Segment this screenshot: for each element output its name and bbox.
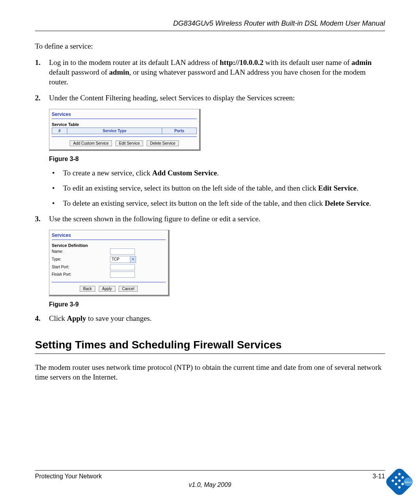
col-index: #	[52, 128, 67, 134]
add-custom-service-label: Add Custom Service	[152, 169, 217, 177]
type-label: Type:	[52, 257, 110, 261]
start-port-row: Start Port:	[52, 264, 166, 270]
finish-port-input[interactable]	[110, 271, 135, 278]
name-label: Name:	[52, 249, 110, 254]
col-service-type: Service Type	[67, 128, 162, 134]
footer-chapter: Protecting Your Network	[35, 473, 102, 480]
t: .	[217, 169, 219, 177]
delete-service-label: Delete Service	[325, 199, 369, 207]
intro-text: To define a service:	[35, 42, 385, 51]
t: .	[357, 184, 359, 192]
t: To delete an existing service, select it…	[63, 199, 325, 207]
t: default password of	[49, 68, 109, 76]
figure-3-8-caption: Figure 3-8	[49, 156, 385, 163]
step-2-text: Under the Content Filtering heading, sel…	[49, 94, 295, 102]
divider	[52, 136, 197, 137]
page-footer: Protecting Your Network 3-11 v1.0, May 2…	[35, 467, 385, 488]
step-4-text: Click Apply to save your changes.	[49, 314, 152, 322]
chevron-down-icon: ▾	[130, 256, 136, 262]
service-definition-figure: Services Service Definition Name: Type: …	[49, 230, 170, 296]
section-heading: Setting Times and Scheduling Firewall Se…	[35, 339, 385, 351]
section-rule	[35, 354, 385, 354]
section-paragraph: The modem router uses network time proto…	[35, 362, 385, 382]
panel-title: Services	[49, 109, 199, 118]
default-lan-address: http://10.0.0.2	[220, 58, 263, 66]
footer-rule	[35, 470, 385, 471]
delete-service-button[interactable]: Delete Service	[147, 140, 179, 146]
step-number: 1.	[35, 58, 40, 67]
bullet-delete: To delete an existing service, select it…	[49, 198, 385, 208]
edit-service-label: Edit Service	[318, 184, 357, 192]
divider	[52, 119, 197, 119]
telkom-text: Telkom	[404, 481, 412, 483]
start-port-label: Start Port:	[52, 265, 110, 269]
back-button[interactable]: Back	[80, 286, 95, 292]
step-3-text: Use the screen shown in the following fi…	[49, 215, 260, 223]
divider	[52, 240, 166, 240]
service-definition-label: Service Definition	[49, 243, 168, 248]
bullet-edit: To edit an existing service, select its …	[49, 183, 385, 193]
type-value: TCP	[112, 257, 119, 261]
edit-service-button[interactable]: Edit Service	[116, 140, 143, 146]
apply-button[interactable]: Apply	[99, 286, 116, 292]
manual-header-title: DG834GUv5 Wireless Router with Built-in …	[35, 19, 385, 28]
panel-title: Services	[49, 230, 168, 239]
step-3: 3. Use the screen shown in the following…	[35, 214, 385, 224]
t: To edit an existing service, select its …	[63, 184, 318, 192]
col-ports: Ports	[162, 128, 197, 134]
t: to save your changes.	[86, 314, 152, 322]
figure-3-9-caption: Figure 3-9	[49, 301, 385, 308]
t: .	[369, 199, 371, 207]
step-4: 4. Click Apply to save your changes.	[35, 313, 385, 323]
start-port-input[interactable]	[110, 264, 135, 270]
step-number: 2.	[35, 93, 40, 103]
t: To create a new service, click	[63, 169, 152, 177]
name-row: Name:	[52, 248, 166, 255]
add-custom-service-button[interactable]: Add Custom Service	[70, 140, 112, 146]
service-table: # Service Type Ports	[52, 128, 197, 134]
header-rule	[35, 31, 385, 31]
step-1: 1. Log in to the modem router at its def…	[35, 58, 385, 87]
service-table-label: Service Table	[49, 122, 199, 128]
apply-label: Apply	[67, 314, 86, 322]
step-number: 4.	[35, 313, 40, 323]
telkom-logo-icon: Telkom	[384, 467, 415, 499]
divider	[52, 282, 166, 282]
services-screen-figure: Services Service Table # Service Type Po…	[49, 109, 201, 151]
type-select[interactable]: TCP ▾	[110, 256, 136, 263]
type-row: Type: TCP ▾	[52, 256, 166, 263]
t: Click	[49, 314, 67, 322]
default-username: admin	[352, 58, 372, 66]
bullet-add: To create a new service, click Add Custo…	[49, 168, 385, 178]
t: with its default user name of	[263, 58, 351, 66]
step-1-text: Log in to the modem router at its defaul…	[49, 58, 372, 86]
footer-page-number: 3-11	[373, 473, 385, 480]
name-input[interactable]	[110, 248, 135, 255]
t: Log in to the modem router at its defaul…	[49, 58, 220, 66]
default-password: admin	[109, 68, 130, 76]
cancel-button[interactable]: Cancel	[119, 286, 138, 292]
step-number: 3.	[35, 214, 40, 224]
finish-port-row: Finish Port:	[52, 271, 166, 278]
footer-version: v1.0, May 2009	[35, 481, 385, 488]
step-2: 2. Under the Content Filtering heading, …	[35, 93, 385, 103]
finish-port-label: Finish Port:	[52, 272, 110, 276]
